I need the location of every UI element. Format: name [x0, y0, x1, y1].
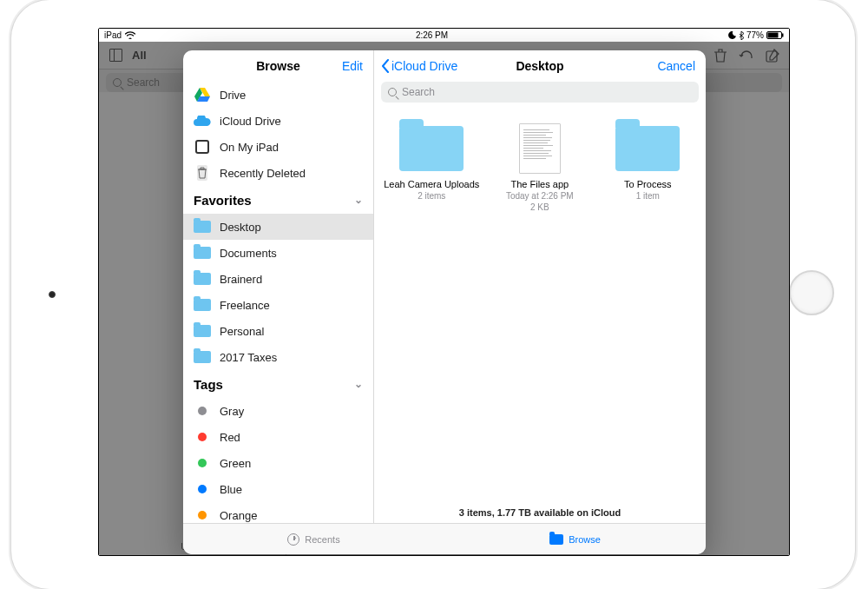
files-grid: Leah Camera Uploads 2 items The Files ap…	[374, 109, 706, 502]
folder-icon	[194, 322, 211, 340]
ipad-frame: iPad 2:26 PM 77% All	[11, 0, 855, 589]
favorite-documents[interactable]: Documents	[183, 240, 373, 266]
tag-label: Blue	[220, 483, 242, 496]
tag-label: Red	[220, 431, 240, 444]
item-name: To Process	[624, 179, 671, 190]
favorite-label: Freelance	[220, 299, 270, 312]
back-button[interactable]: iCloud Drive	[381, 59, 457, 73]
sidebar-title: Browse	[256, 59, 300, 73]
favorite-label: Personal	[220, 325, 264, 338]
folder-icon	[194, 348, 211, 366]
tag-dot-icon	[198, 511, 207, 520]
carrier-label: iPad	[104, 30, 122, 40]
item-meta-date: Today at 2:26 PM	[506, 190, 574, 202]
item-name: The Files app	[510, 179, 569, 190]
location-icloud-drive[interactable]: iCloud Drive	[183, 108, 373, 134]
favorite-2017-taxes[interactable]: 2017 Taxes	[183, 344, 373, 370]
edit-button[interactable]: Edit	[342, 59, 363, 73]
folder-icon	[615, 126, 680, 171]
tag-label: Orange	[220, 509, 257, 522]
tag-orange[interactable]: Orange	[183, 502, 373, 523]
status-bar: iPad 2:26 PM 77%	[99, 29, 789, 42]
cancel-button[interactable]: Cancel	[657, 59, 695, 73]
item-meta: 2 items	[418, 190, 445, 202]
favorite-label: Brainerd	[220, 273, 262, 286]
bottom-tabbar: Recents Browse	[183, 523, 706, 554]
content-search-placeholder: Search	[402, 86, 435, 98]
folder-icon	[194, 244, 211, 261]
item-meta: 1 item	[636, 190, 660, 202]
search-icon	[388, 88, 397, 96]
tab-label: Recents	[305, 534, 339, 545]
location-label: Recently Deleted	[220, 167, 306, 180]
favorite-label: Documents	[220, 247, 277, 260]
recents-icon	[287, 533, 299, 546]
favorite-brainerd[interactable]: Brainerd	[183, 266, 373, 292]
location-drive[interactable]: Drive	[183, 82, 373, 108]
location-recently-deleted[interactable]: Recently Deleted	[183, 160, 373, 186]
grid-item-folder[interactable]: To Process 1 item	[594, 118, 702, 222]
favorite-freelance[interactable]: Freelance	[183, 292, 373, 318]
tag-blue[interactable]: Blue	[183, 476, 373, 502]
svg-rect-1	[768, 33, 779, 38]
location-label: On My iPad	[220, 141, 279, 154]
location-on-my-ipad[interactable]: On My iPad	[183, 134, 373, 160]
folder-icon	[194, 296, 211, 314]
tag-dot-icon	[198, 407, 207, 415]
favorite-personal[interactable]: Personal	[183, 318, 373, 344]
svg-rect-5	[197, 142, 207, 152]
location-label: iCloud Drive	[220, 115, 281, 128]
bluetooth-icon	[739, 31, 744, 40]
screen: iPad 2:26 PM 77% All	[98, 28, 790, 556]
dnd-icon	[728, 31, 736, 39]
favorite-label: 2017 Taxes	[220, 351, 277, 364]
wifi-icon	[125, 31, 135, 39]
favorites-header[interactable]: Favorites ⌄	[183, 186, 373, 214]
tab-browse[interactable]: Browse	[444, 524, 706, 554]
favorite-label: Desktop	[220, 221, 261, 234]
folder-icon	[194, 270, 211, 288]
back-label: iCloud Drive	[391, 59, 457, 73]
tab-recents[interactable]: Recents	[183, 524, 444, 554]
tags-header[interactable]: Tags ⌄	[183, 370, 373, 398]
gdrive-icon	[194, 86, 211, 103]
content-title: Desktop	[516, 59, 563, 73]
tag-dot-icon	[198, 433, 207, 441]
icloud-icon	[194, 112, 211, 129]
chevron-down-icon: ⌄	[354, 378, 363, 390]
ipad-icon	[194, 138, 211, 156]
chevron-left-icon	[381, 59, 390, 73]
tag-red[interactable]: Red	[183, 424, 373, 450]
item-name: Leah Camera Uploads	[384, 179, 479, 190]
tag-dot-icon	[198, 485, 207, 493]
clock-label: 2:26 PM	[135, 30, 728, 40]
home-button[interactable]	[789, 270, 834, 315]
tag-label: Gray	[220, 405, 244, 418]
front-camera	[49, 291, 56, 298]
trash-small-icon	[194, 164, 211, 182]
tab-label: Browse	[569, 534, 601, 545]
folder-icon	[399, 126, 464, 171]
battery-pct-label: 77%	[746, 30, 764, 40]
tag-green[interactable]: Green	[183, 450, 373, 476]
document-icon	[519, 123, 561, 174]
favorite-desktop[interactable]: Desktop	[183, 214, 373, 240]
content-navbar: iCloud Drive Desktop Cancel	[374, 50, 706, 82]
chevron-down-icon: ⌄	[354, 194, 363, 206]
tag-label: Green	[220, 457, 251, 470]
storage-status-label: 3 items, 1.77 TB available on iCloud	[374, 502, 706, 523]
files-picker-modal: Browse Edit Drive iCloud Drive On M	[183, 50, 706, 554]
browse-sidebar: Browse Edit Drive iCloud Drive On M	[183, 50, 374, 523]
folder-icon	[194, 218, 211, 235]
tag-dot-icon	[198, 459, 207, 467]
grid-item-file[interactable]: The Files app Today at 2:26 PM 2 KB	[486, 118, 595, 222]
tag-gray[interactable]: Gray	[183, 398, 373, 424]
sidebar-header: Browse Edit	[183, 50, 373, 82]
browse-icon	[549, 534, 563, 545]
content-search-field[interactable]: Search	[381, 82, 699, 103]
location-label: Drive	[220, 89, 246, 102]
item-meta-size: 2 KB	[530, 202, 549, 213]
content-panel: iCloud Drive Desktop Cancel Search Leah …	[374, 50, 706, 523]
grid-item-folder[interactable]: Leah Camera Uploads 2 items	[378, 118, 486, 222]
svg-rect-2	[782, 34, 784, 37]
